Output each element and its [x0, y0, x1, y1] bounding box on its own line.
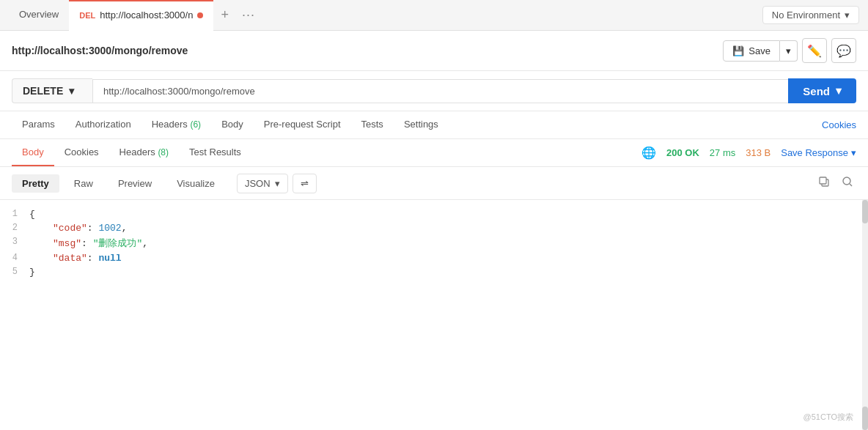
code-line-4: 4 "data": null [0, 251, 868, 265]
svg-line-3 [850, 184, 852, 186]
headers-count-badge: (6) [190, 119, 201, 130]
method-label: DELETE [23, 85, 63, 97]
new-tab-button[interactable]: + [213, 7, 236, 23]
tab-overview-label: Overview [19, 9, 59, 20]
tab-cookies-label: Cookies [822, 119, 856, 130]
tab-method-badge: DEL [79, 11, 95, 20]
response-time: 27 ms [710, 147, 735, 158]
raw-label: Raw [74, 178, 93, 189]
response-size: 313 B [746, 147, 770, 158]
body-format-raw[interactable]: Raw [64, 174, 103, 193]
save-caret-icon: ▾ [786, 45, 791, 56]
search-icon [842, 176, 853, 188]
send-caret-icon: ▾ [836, 84, 842, 97]
resp-tab-headers-label: Headers [119, 147, 155, 157]
tab-body-label: Body [221, 119, 243, 130]
response-tabs: Body Cookies Headers (8) Test Results 🌐 … [0, 139, 868, 167]
copy-icon [818, 176, 830, 188]
globe-icon: 🌐 [641, 146, 656, 160]
environment-selector[interactable]: No Environment ▾ [762, 6, 859, 24]
comment-button[interactable]: 💬 [831, 38, 856, 63]
scrollbar-thumb[interactable] [862, 200, 868, 223]
resp-tab-headers[interactable]: Headers (8) [109, 139, 179, 166]
pretty-label: Pretty [22, 178, 49, 189]
code-line-1: 1 { [0, 207, 868, 221]
tab-authorization-label: Authorization [76, 119, 131, 130]
url-bar: http://localhost:3000/mongo/remove 💾 Sav… [0, 31, 868, 71]
env-chevron-icon: ▾ [845, 10, 850, 21]
resp-tab-test-results[interactable]: Test Results [179, 139, 251, 166]
search-button[interactable] [839, 173, 856, 193]
edit-button[interactable]: ✏️ [802, 38, 827, 63]
save-disk-icon: 💾 [732, 45, 744, 56]
pencil-icon: ✏️ [807, 44, 822, 58]
code-line-3: 3 "msg": "删除成功", [0, 235, 868, 251]
tab-pre-request[interactable]: Pre-request Script [254, 111, 351, 138]
method-selector[interactable]: DELETE ▾ [12, 78, 92, 103]
resp-headers-badge: (8) [158, 147, 169, 157]
tab-tests[interactable]: Tests [351, 111, 394, 138]
save-response-button[interactable]: Save Response ▾ [781, 147, 856, 158]
resp-tab-body-label: Body [22, 147, 44, 157]
scrollbar-track[interactable] [862, 200, 868, 430]
watermark: @51CTO搜索 [803, 412, 853, 423]
method-caret-icon: ▾ [69, 85, 74, 97]
wrap-icon: ⇌ [301, 178, 309, 189]
tab-settings-label: Settings [404, 119, 438, 130]
tab-authorization[interactable]: Authorization [65, 111, 141, 138]
tab-tests-label: Tests [361, 119, 383, 130]
comment-icon: 💬 [836, 44, 851, 58]
request-title: http://localhost:3000/mongo/remove [12, 45, 716, 56]
url-input[interactable] [92, 79, 788, 103]
tab-body[interactable]: Body [211, 111, 254, 138]
tab-params[interactable]: Params [12, 111, 65, 138]
body-format-preview[interactable]: Preview [108, 174, 162, 193]
resp-tab-body[interactable]: Body [12, 139, 54, 166]
tab-headers-label: Headers [152, 119, 188, 130]
body-format-pretty[interactable]: Pretty [12, 174, 59, 193]
code-viewer[interactable]: 1 { 2 "code": 1002, 3 "msg": "删除成功", 4 "… [0, 200, 868, 286]
svg-rect-1 [820, 177, 826, 184]
code-line-5: 5 } [0, 265, 868, 279]
response-body-code: 1 { 2 "code": 1002, 3 "msg": "删除成功", 4 "… [0, 200, 868, 430]
tab-pre-request-label: Pre-request Script [264, 119, 341, 130]
tab-modified-dot [197, 12, 203, 18]
tab-cookies-link[interactable]: Cookies [822, 112, 856, 138]
tab-overview[interactable]: Overview [9, 0, 69, 31]
format-selector[interactable]: JSON ▾ [237, 174, 288, 193]
code-line-2: 2 "code": 1002, [0, 221, 868, 235]
svg-point-2 [843, 177, 850, 185]
save-response-label: Save Response [781, 147, 848, 158]
visualize-label: Visualize [177, 178, 215, 189]
save-dropdown-button[interactable]: ▾ [780, 40, 798, 62]
body-toolbar: Pretty Raw Preview Visualize JSON ▾ ⇌ [0, 167, 868, 200]
tab-active-request[interactable]: DEL http://localhost:3000/n [69, 0, 213, 31]
resp-tab-test-results-label: Test Results [189, 147, 241, 157]
more-tabs-button[interactable]: ··· [236, 7, 261, 23]
tab-params-label: Params [22, 119, 55, 130]
save-button[interactable]: 💾 Save [723, 40, 780, 62]
scrollbar-thumb-bottom[interactable] [862, 407, 868, 430]
body-format-visualize[interactable]: Visualize [166, 174, 225, 193]
resp-tab-cookies[interactable]: Cookies [54, 139, 109, 166]
preview-label: Preview [118, 178, 152, 189]
env-label: No Environment [772, 10, 840, 21]
send-button[interactable]: Send ▾ [788, 78, 856, 103]
tab-url-short: http://localhost:3000/n [100, 10, 193, 21]
request-tabs: Params Authorization Headers (6) Body Pr… [0, 111, 868, 139]
format-caret-icon: ▾ [275, 178, 280, 189]
request-bar: DELETE ▾ Send ▾ [0, 71, 868, 111]
tab-headers[interactable]: Headers (6) [141, 111, 211, 138]
response-status-badge: 200 OK [666, 147, 699, 158]
word-wrap-button[interactable]: ⇌ [293, 174, 317, 193]
format-label: JSON [245, 178, 271, 189]
send-label: Send [803, 85, 830, 97]
save-label: Save [749, 45, 770, 56]
tab-settings[interactable]: Settings [394, 111, 449, 138]
save-response-caret-icon: ▾ [851, 147, 856, 158]
resp-tab-cookies-label: Cookies [65, 147, 99, 157]
copy-button[interactable] [815, 173, 833, 193]
